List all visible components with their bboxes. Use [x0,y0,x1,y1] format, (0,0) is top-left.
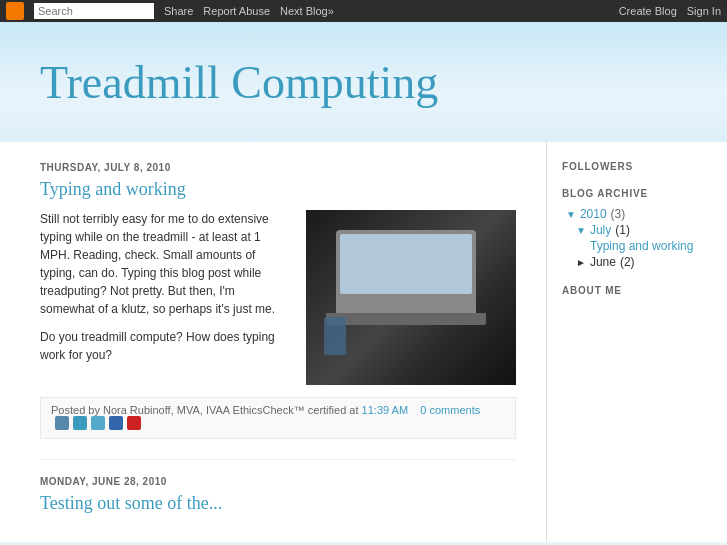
post-1: THURSDAY, JULY 8, 2010 Typing and workin… [40,162,516,439]
search-input[interactable] [34,3,154,19]
blog-header: Treadmill Computing [0,22,727,142]
post-1-body: Still not terribly easy for me to do ext… [40,210,516,385]
email-icon[interactable] [55,416,69,430]
post-2-date: MONDAY, JUNE 28, 2010 [40,476,516,487]
share-link[interactable]: Share [164,5,193,17]
post-1-title[interactable]: Typing and working [40,179,516,200]
about-section-title: ABOUT ME [562,285,712,296]
post-1-footer: Posted by Nora Rubinoff, MVA, IVAA Ethic… [40,397,516,439]
content-area: THURSDAY, JULY 8, 2010 Typing and workin… [0,142,547,542]
sidebar: FOLLOWERS BLOG ARCHIVE ▼ 2010 (3) ▼ July… [547,142,727,542]
post-1-date: THURSDAY, JULY 8, 2010 [40,162,516,173]
archive-section-title: BLOG ARCHIVE [562,188,712,199]
year-triangle-icon: ▼ [566,209,576,220]
archive-year-count: (3) [611,207,626,221]
post-1-p1: Still not terribly easy for me to do ext… [40,210,292,318]
archive-june-count: (2) [620,255,635,269]
nav-right: Create Blog Sign In [619,5,721,17]
july-triangle-icon: ▼ [576,225,586,236]
post-share-icons [55,416,141,430]
followers-section-title: FOLLOWERS [562,161,712,172]
post-2-title[interactable]: Testing out some of the... [40,493,516,514]
archive-post-typing[interactable]: Typing and working [562,239,712,253]
archive-year-link[interactable]: 2010 [580,207,607,221]
next-blog-link[interactable]: Next Blog» [280,5,334,17]
twitter-icon[interactable] [91,416,105,430]
blog-title: Treadmill Computing [40,56,438,109]
report-abuse-link[interactable]: Report Abuse [203,5,270,17]
archive-june-link[interactable]: June [590,255,616,269]
post-author-label: Posted by Nora Rubinoff, MVA, IVAA Ethic… [51,404,359,416]
archive-year-2010[interactable]: ▼ 2010 (3) [562,207,712,221]
nav-links: Share Report Abuse Next Blog» [164,5,609,17]
blogger-logo [6,2,24,20]
june-triangle-icon: ► [576,257,586,268]
navbar: Share Report Abuse Next Blog» Create Blo… [0,0,727,22]
facebook-icon[interactable] [109,416,123,430]
create-blog-link[interactable]: Create Blog [619,5,677,17]
sign-in-link[interactable]: Sign In [687,5,721,17]
blogthis-icon[interactable] [73,416,87,430]
main-layout: THURSDAY, JULY 8, 2010 Typing and workin… [0,142,727,542]
archive-month-june[interactable]: ► June (2) [562,255,712,269]
post-1-p2: Do you treadmill compute? How does typin… [40,328,292,364]
post-divider [40,459,516,460]
post-1-text: Still not terribly easy for me to do ext… [40,210,292,385]
post-time-link[interactable]: 11:39 AM [362,404,408,416]
post-2: MONDAY, JUNE 28, 2010 Testing out some o… [40,476,516,514]
archive-july-count: (1) [615,223,630,237]
archive-july-link[interactable]: July [590,223,611,237]
archive-month-july[interactable]: ▼ July (1) [562,223,712,237]
pinterest-icon[interactable] [127,416,141,430]
post-1-image [306,210,516,385]
post-comments-link[interactable]: 0 comments [420,404,480,416]
